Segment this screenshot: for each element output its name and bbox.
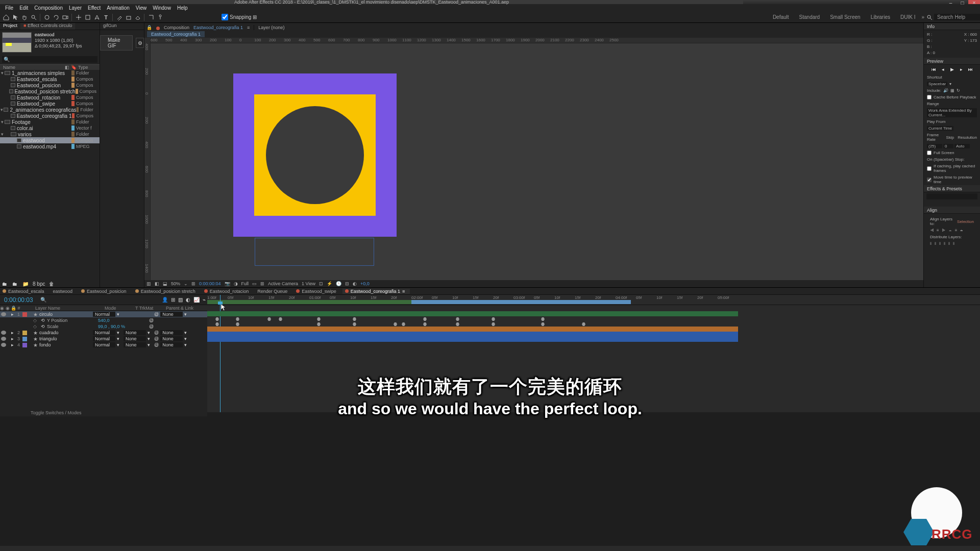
preview-playfrom-dropdown[interactable]: Current Time bbox=[927, 126, 953, 131]
parent-dropdown[interactable]: None bbox=[160, 336, 183, 341]
minimize-button[interactable]: – bbox=[945, 0, 957, 4]
pixel-ar-icon[interactable]: ⊡ bbox=[319, 281, 323, 286]
keyframe[interactable] bbox=[423, 322, 427, 326]
anchor-tool-icon[interactable] bbox=[75, 13, 82, 21]
canvas-fondo-layer[interactable] bbox=[233, 73, 397, 237]
pickwhip-icon[interactable]: @ bbox=[149, 318, 154, 323]
keyframe[interactable] bbox=[402, 322, 405, 326]
eraser-tool-icon[interactable] bbox=[134, 13, 141, 21]
parent-dropdown[interactable]: None bbox=[160, 312, 183, 317]
include-audio-icon[interactable]: 🔊 bbox=[943, 88, 948, 93]
visibility-icon[interactable] bbox=[1, 343, 6, 347]
preview-range-dropdown[interactable]: Work Area Extended By Current... bbox=[927, 108, 977, 117]
layer-bar[interactable] bbox=[207, 311, 738, 316]
effects-presets-search[interactable] bbox=[926, 193, 977, 199]
make-gif-button[interactable]: Make GIF bbox=[100, 35, 133, 51]
menu-file[interactable]: File bbox=[2, 5, 16, 11]
gifgun-settings-button[interactable]: ⚙ bbox=[136, 38, 144, 48]
timeline-layer-row[interactable]: ▸4 ★fondo Normal ▾ None ▾ @None ▾ bbox=[0, 342, 207, 348]
timeline-tab[interactable]: Eastwood_escala bbox=[0, 289, 50, 294]
exposure-value[interactable]: +0,0 bbox=[360, 281, 370, 286]
layer-bar[interactable] bbox=[207, 337, 738, 342]
layer-tab[interactable]: Layer (none) bbox=[256, 25, 286, 30]
project-item[interactable]: color.aiVector f bbox=[0, 125, 100, 131]
pickwhip-icon[interactable]: @ bbox=[154, 312, 159, 317]
vf-mask-icon[interactable]: ⬓ bbox=[163, 281, 167, 286]
rect-tool-icon[interactable] bbox=[84, 13, 91, 21]
workspace-duik-i[interactable]: DUIK I bbox=[895, 14, 920, 20]
layer-bar[interactable] bbox=[207, 332, 738, 337]
timeline-search-icon[interactable]: 🔍 bbox=[40, 297, 46, 303]
workspace-standard[interactable]: Standard bbox=[794, 14, 825, 20]
keyframe[interactable] bbox=[492, 317, 495, 321]
selection-tool-icon[interactable] bbox=[11, 13, 19, 21]
tab-project[interactable]: Project bbox=[0, 23, 20, 30]
tab-gifgun[interactable]: gifGun bbox=[100, 23, 144, 30]
project-item[interactable]: Eastwood_swipeCompos bbox=[0, 101, 100, 107]
zoom-dropdown[interactable]: 50% bbox=[171, 281, 180, 286]
keyframe[interactable] bbox=[541, 317, 545, 321]
keyframe[interactable] bbox=[353, 322, 356, 326]
project-item[interactable]: ▾variosFolder bbox=[0, 131, 100, 137]
snapshot-icon[interactable]: 📷 bbox=[225, 281, 230, 286]
pixel-icon[interactable]: ⊟ bbox=[345, 281, 349, 286]
keyframe[interactable] bbox=[582, 322, 585, 326]
fullscreen-checkbox[interactable] bbox=[927, 151, 932, 155]
include-overlay-icon[interactable]: ↻ bbox=[957, 88, 960, 93]
timeline-icon[interactable]: 🕓 bbox=[336, 281, 341, 286]
menu-layer[interactable]: Layer bbox=[66, 5, 85, 11]
preview-res-dropdown[interactable]: Auto bbox=[954, 144, 970, 148]
keyframe[interactable] bbox=[215, 322, 219, 326]
roi-icon[interactable]: ▭ bbox=[252, 281, 257, 286]
project-search-input[interactable]: 🔍 bbox=[2, 56, 97, 63]
align-right-icon[interactable]: ⫸ bbox=[942, 228, 946, 233]
next-frame-icon[interactable]: ▸ bbox=[958, 67, 964, 72]
visibility-icon[interactable] bbox=[1, 331, 6, 335]
parent-dropdown[interactable]: None bbox=[160, 342, 183, 347]
grid-icon[interactable]: ⊞ bbox=[260, 281, 264, 286]
keyframe[interactable] bbox=[456, 322, 459, 326]
timeline-ruler[interactable]: 1:00f05f10f15f20f01:00f05f10f15f20f02:00… bbox=[207, 295, 980, 305]
preview-skip-dropdown[interactable]: 0 bbox=[943, 144, 953, 148]
tl-snake-icon[interactable]: ⌁ bbox=[203, 297, 206, 303]
include-video-icon[interactable]: ▦ bbox=[950, 88, 954, 93]
new-comp-icon[interactable]: 🖿 bbox=[12, 281, 18, 286]
keyframe[interactable] bbox=[236, 317, 239, 321]
keyframe[interactable] bbox=[541, 322, 545, 326]
maximize-button[interactable]: □ bbox=[957, 0, 968, 4]
hand-tool-icon[interactable] bbox=[20, 13, 28, 21]
prev-frame-icon[interactable]: ◂ bbox=[940, 67, 946, 72]
brush-tool-icon[interactable] bbox=[115, 13, 123, 21]
align-target-dropdown[interactable]: Selection bbox=[957, 219, 974, 224]
new-folder-icon[interactable]: 📁 bbox=[22, 281, 29, 286]
workspace-libraries[interactable]: Libraries bbox=[866, 14, 895, 20]
visibility-icon[interactable] bbox=[1, 337, 6, 341]
timeline-tab[interactable]: Eastwood_posicion stretch bbox=[133, 289, 201, 294]
toggle-switches-button[interactable]: Toggle Switches / Modes bbox=[0, 409, 207, 416]
pickwhip-icon[interactable]: @ bbox=[154, 330, 159, 335]
comp-time[interactable]: 0:00:00:04 bbox=[199, 281, 221, 286]
zoom-tool-icon[interactable] bbox=[30, 13, 37, 21]
dist-top-icon[interactable]: ⫴ bbox=[944, 241, 946, 246]
align-top-icon[interactable]: ⫠ bbox=[948, 228, 952, 233]
vf-target-icon[interactable]: ⊞ bbox=[191, 281, 195, 286]
project-item[interactable]: eastwood.mp4MPEG bbox=[0, 143, 100, 149]
composition-viewport[interactable]: 4002000200400600800100012001400 60050040… bbox=[144, 38, 923, 280]
timeline-layer-row[interactable]: ▸2 ★cuadrado Normal ▾ None ▾ @None ▾ bbox=[0, 330, 207, 336]
res-dropdown[interactable]: Full bbox=[241, 281, 249, 286]
blend-mode-dropdown[interactable]: Normal bbox=[93, 336, 115, 341]
project-tree[interactable]: ▾1_animaciones simplesFolderEastwood_esc… bbox=[0, 70, 100, 149]
timeline-track-area[interactable]: 1:00f05f10f15f20f01:00f05f10f15f20f02:00… bbox=[207, 295, 980, 416]
keyframe[interactable] bbox=[279, 317, 282, 321]
project-item[interactable]: Eastwood_posicionCompos bbox=[0, 82, 100, 88]
project-col-name[interactable]: Name bbox=[3, 65, 65, 70]
tl-frame-blend-icon[interactable]: ▧ bbox=[178, 297, 183, 303]
snapping-checkbox[interactable] bbox=[222, 14, 228, 20]
pickwhip-icon[interactable]: @ bbox=[154, 336, 159, 341]
workspace-small-screen[interactable]: Small Screen bbox=[825, 14, 865, 20]
trash-icon[interactable]: 🗑 bbox=[49, 281, 55, 286]
comp-tab-menu-icon[interactable]: ≡ bbox=[245, 25, 252, 30]
panel-effects-presets-title[interactable]: Effects & Presets bbox=[924, 185, 980, 192]
canvas-circulo-layer[interactable] bbox=[266, 106, 364, 204]
puppet-tool-icon[interactable] bbox=[156, 13, 164, 21]
